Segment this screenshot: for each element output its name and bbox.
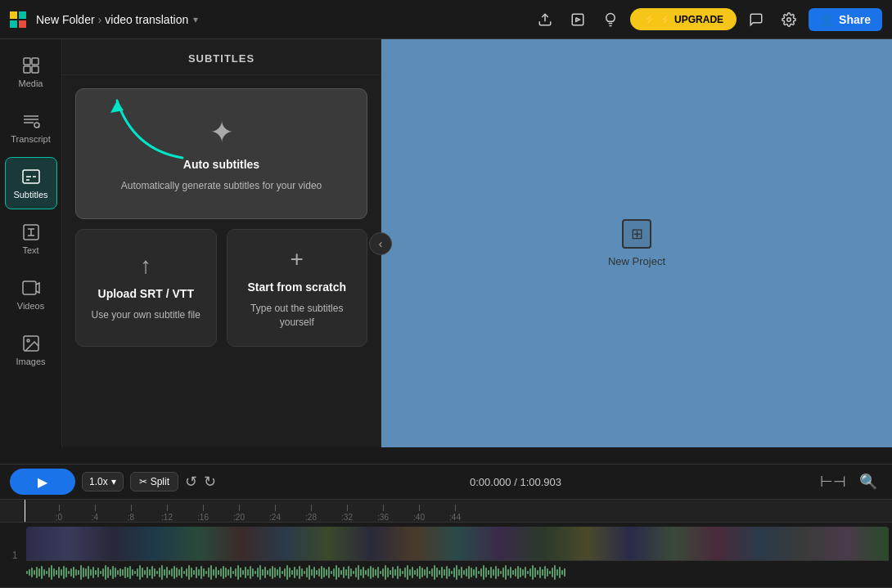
track-content[interactable] (26, 527, 889, 584)
project-name[interactable]: video translation (105, 13, 188, 26)
start-scratch-title: Start from scratch (247, 281, 346, 294)
undo-button[interactable]: ↺ (185, 473, 197, 491)
sidebar-item-text[interactable]: Text (5, 213, 57, 265)
waveform-bar (554, 565, 556, 580)
waveform-bar (68, 571, 70, 574)
waveform-bar (345, 569, 347, 576)
waveform-bar (277, 569, 278, 576)
main-layout: Media Transcript Subtitles Text (0, 39, 892, 447)
waveform-bar (31, 568, 33, 577)
redo-button[interactable]: ↻ (204, 473, 216, 491)
timeline-time: 0:00.000 / 1:00.903 (470, 476, 561, 488)
sidebar-item-images[interactable]: Images (5, 324, 57, 376)
speed-value: 1.0x (89, 476, 108, 487)
zoom-out-button[interactable]: 🔍 (854, 471, 882, 492)
transcript-icon (21, 111, 41, 131)
waveform-bar (414, 570, 416, 575)
waveform-bar (451, 571, 453, 574)
waveform-bar (556, 569, 558, 576)
panel-collapse-button[interactable]: ‹ (369, 232, 392, 255)
settings-button[interactable] (776, 7, 802, 33)
video-preview: ⊞ New Project (381, 39, 892, 447)
waveform-bar (181, 567, 182, 578)
start-scratch-card[interactable]: + Start from scratch Type out the subtit… (227, 229, 368, 347)
folder-name[interactable]: New Folder (36, 13, 95, 26)
sidebar-item-transcript[interactable]: Transcript (5, 101, 57, 154)
sparkle-icon: ✦ (209, 115, 234, 150)
upload-srt-card[interactable]: ↑ Upload SRT / VTT Use your own subtitle… (75, 229, 217, 347)
waveform-bar (279, 567, 281, 578)
waveform-bar (340, 570, 342, 575)
waveform-bar (97, 568, 99, 577)
zoom-fit-button[interactable]: ⊢⊣ (815, 471, 851, 492)
sidebar-item-media[interactable]: Media (5, 46, 57, 98)
preview-button[interactable] (565, 7, 591, 33)
split-button[interactable]: ✂ Split (130, 472, 178, 491)
waveform-bar (286, 565, 288, 580)
upload-button[interactable] (532, 7, 558, 33)
play-button[interactable]: ▶ (10, 469, 75, 495)
waveform-bar (51, 565, 52, 580)
waveform-bars (26, 561, 889, 584)
waveform-bar (112, 566, 114, 579)
waveform-bar (215, 567, 217, 578)
ruler-mark-36: :36 (365, 505, 401, 522)
waveform-bar (115, 568, 116, 577)
waveform-bar (213, 569, 214, 576)
waveform-bar (90, 569, 92, 576)
svg-rect-10 (32, 66, 38, 73)
waveform-bar (304, 571, 305, 574)
share-label: Share (839, 13, 871, 26)
upgrade-button[interactable]: ⚡ ⚡ UPGRADE (630, 8, 737, 30)
waveform-bar (237, 565, 239, 580)
waveform-bar (412, 567, 413, 578)
waveform-bar (159, 568, 160, 577)
logo (10, 11, 26, 28)
waveform-bar (380, 571, 381, 574)
waveform-bar (58, 567, 60, 578)
comments-button[interactable] (743, 7, 769, 33)
waveform-bar (95, 570, 97, 575)
ruler-mark-4: :4 (77, 505, 113, 522)
waveform-bar (338, 568, 340, 577)
svg-rect-7 (24, 58, 30, 65)
sidebar-label-transcript: Transcript (11, 134, 51, 144)
waveform-bar (522, 569, 524, 576)
waveform-bar (267, 570, 268, 575)
dropdown-arrow-icon[interactable]: ▾ (193, 14, 198, 25)
playhead (25, 500, 25, 522)
waveform-bar (80, 565, 82, 580)
waveform-bar (259, 565, 261, 580)
speed-button[interactable]: 1.0x ▾ (82, 472, 124, 491)
new-project-icon[interactable]: ⊞ (622, 219, 651, 249)
waveform-bar (532, 565, 534, 580)
waveform-bar (520, 568, 521, 577)
waveform-bar (417, 568, 418, 577)
waveform-bar (473, 569, 475, 576)
waveform-bar (146, 567, 148, 578)
waveform-bar (365, 570, 367, 575)
waveform-bar (282, 571, 283, 574)
videos-icon (21, 278, 41, 298)
waveform-bar (166, 567, 168, 578)
waveform-bar (218, 570, 219, 575)
sidebar-item-subtitles[interactable]: Subtitles (5, 157, 57, 209)
bulb-button[interactable] (597, 7, 624, 33)
waveform-bar (92, 567, 94, 578)
waveform-bar (65, 568, 67, 577)
auto-subtitles-card[interactable]: ✦ Auto subtitles Automatically generate … (75, 88, 367, 219)
waveform-bar (502, 568, 504, 577)
text-icon (21, 222, 41, 242)
waveform-bar (200, 566, 202, 579)
waveform-bar (205, 571, 207, 574)
waveform-bar (367, 568, 369, 577)
waveform-bar (29, 569, 30, 576)
waveform-bar (289, 568, 291, 577)
waveform-bar (38, 568, 40, 577)
sidebar-item-videos[interactable]: Videos (5, 268, 57, 321)
waveform-bar (242, 570, 244, 575)
svg-rect-3 (19, 20, 26, 28)
share-button[interactable]: 👤 Share (809, 8, 882, 31)
upgrade-label: ⚡ UPGRADE (660, 14, 723, 25)
waveform-bar (392, 567, 394, 578)
